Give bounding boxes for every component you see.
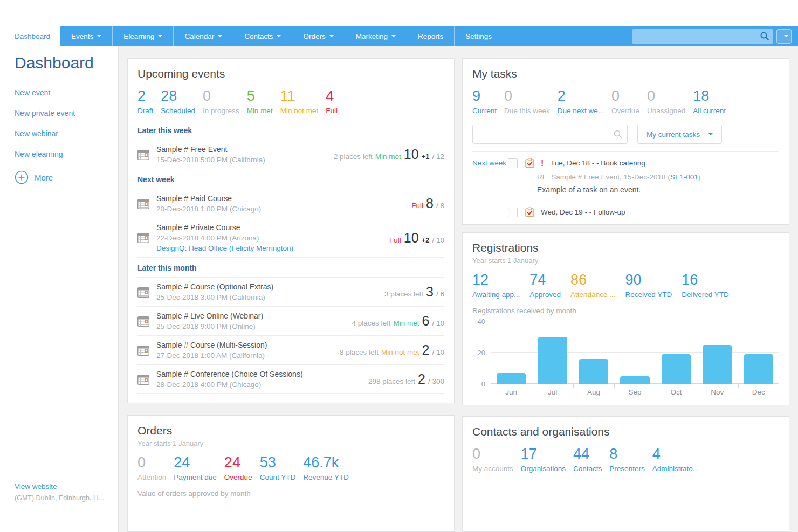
stat-value: 24: [224, 454, 252, 471]
orders-stats: 0 Attention 24 Payment due 24 Overdue: [137, 454, 444, 481]
registration-count: 8: [426, 197, 434, 210]
upcoming-events-panel: Upcoming events 2 Draft 28 Scheduled 0 I: [127, 58, 455, 403]
stat-unassigned[interactable]: 0 Unassigned: [647, 88, 685, 115]
search-icon[interactable]: [613, 129, 623, 141]
nav-item-marketing[interactable]: Marketing: [345, 26, 407, 46]
nav-item-calendar[interactable]: Calendar: [173, 26, 233, 46]
task-search-input[interactable]: [472, 125, 628, 144]
stat-all-current[interactable]: 18 All current: [693, 88, 726, 115]
stat-organisations[interactable]: 17 Organisations: [521, 446, 566, 473]
stat-current[interactable]: 9 Current: [472, 88, 497, 115]
stat-due-this-week[interactable]: 0 Due this week: [504, 88, 550, 115]
task-title: Tue, Dec 18 - - Book catering: [551, 159, 645, 167]
nav-item-settings[interactable]: Settings: [454, 26, 503, 46]
event-row[interactable]: Sample # Free Event 15-Dec-2018 5:00 PM …: [137, 140, 444, 169]
event-location-link[interactable]: DesignQ: Head Office (Felicity Merringto…: [156, 244, 293, 252]
sidebar-item-new-webinar[interactable]: New webinar: [15, 129, 118, 138]
nav-item-elearning[interactable]: Elearning: [112, 26, 173, 46]
stat-label: Draft: [137, 107, 153, 115]
stat-due-next-week[interactable]: 2 Due next we...: [558, 88, 604, 115]
orders-chart-label: Value of orders approved by month: [137, 489, 444, 498]
browser-chrome-spacer: [0, 0, 798, 26]
nav-item-dashboard[interactable]: Dashboard: [0, 26, 60, 46]
stat-min-not-met[interactable]: 11 Min not met: [280, 88, 319, 115]
stat-in-progress[interactable]: 0 In progress: [203, 88, 239, 115]
stat-attention[interactable]: 0 Attention: [137, 454, 166, 481]
nav-dropdown-button[interactable]: [776, 29, 792, 44]
task-checkbox[interactable]: [508, 208, 518, 217]
stat-received-ytd[interactable]: 90 Received YTD: [625, 272, 672, 299]
sidebar-more-button[interactable]: More: [15, 170, 118, 184]
sidebar-item-new-elearning[interactable]: New elearning: [15, 150, 118, 158]
event-row[interactable]: Sample # Private Course 22-Dec-2018 4:00…: [137, 218, 444, 257]
stat-scheduled[interactable]: 28 Scheduled: [161, 88, 195, 115]
event-row[interactable]: Sample # Live Online (Webinar) 25-Dec-20…: [137, 306, 444, 335]
event-title: Sample # Conference (Choice Of Sessions): [156, 370, 303, 378]
event-datetime: 15-Dec-2018 5:00 PM (California): [156, 156, 265, 164]
task-line: Next week ! Tue, Dec 18 - - Book caterin…: [472, 158, 779, 168]
event-datetime: 22-Dec-2018 4:00 PM (Arizona): [156, 234, 293, 242]
x-axis-label: Aug: [573, 384, 614, 396]
panel-title: Upcoming events: [137, 66, 444, 81]
nav-bar: Events Elearning Calendar Contacts Order…: [60, 26, 798, 46]
status-badge: Min met: [394, 319, 419, 327]
calendar-icon: [137, 287, 149, 298]
event-row[interactable]: Sample # Course (Optional Extras) 25-Dec…: [137, 277, 444, 306]
task-title: Wed, Dec 19 - - Follow-up: [541, 208, 625, 216]
event-status: 3 places left 3 / 6: [379, 285, 444, 299]
event-row[interactable]: Sample # Conference (Choice Of Sessions)…: [137, 364, 444, 394]
stat-delivered-ytd[interactable]: 16 Delivered YTD: [682, 272, 729, 299]
task-checkbox[interactable]: [508, 158, 518, 168]
search-icon[interactable]: [760, 31, 769, 43]
stat-awaiting-approval[interactable]: 12 Awaiting app...: [472, 272, 520, 299]
stat-value: 2: [137, 88, 153, 104]
event-code-link[interactable]: SF1-001: [670, 222, 698, 225]
status-badge: Min met: [375, 153, 401, 161]
stat-count-ytd[interactable]: 53 Count YTD: [260, 454, 296, 481]
event-row[interactable]: Sample # Course (Multi-Session) 27-Dec-2…: [137, 335, 444, 364]
stat-presenters[interactable]: 8 Presenters: [609, 446, 644, 473]
stat-draft[interactable]: 2 Draft: [137, 88, 153, 115]
x-axis-label: Oct: [656, 384, 697, 396]
stat-value: 53: [260, 454, 296, 471]
registration-count: 10: [404, 148, 419, 161]
stat-value: 4: [652, 446, 699, 462]
stat-full[interactable]: 4 Full: [326, 88, 338, 115]
stat-label: Due this week: [504, 107, 550, 115]
event-title: Sample # Paid Course: [156, 194, 261, 203]
event-status: Full 8 / 8: [406, 197, 444, 210]
sidebar-item-new-private-event[interactable]: New private event: [15, 109, 118, 118]
stat-label: Organisations: [521, 465, 566, 473]
timezone-label: (GMT) Dublin, Edinburgh, Li...: [15, 494, 109, 502]
task-row[interactable]: Next week ! Tue, Dec 18 - - Book caterin…: [472, 152, 779, 201]
task-row[interactable]: Wed, Dec 19 - - Follow-up RE: Sample # F…: [472, 201, 779, 225]
stat-contacts[interactable]: 44 Contacts: [573, 446, 602, 473]
stat-approved[interactable]: 74 Approved: [529, 272, 561, 299]
stat-attendance[interactable]: 86 Attendance ...: [570, 272, 615, 299]
task-clipboard-icon: [525, 207, 535, 217]
event-info: Sample # Course (Multi-Session) 27-Dec-2…: [156, 341, 267, 360]
sidebar-item-new-event[interactable]: New event: [15, 88, 118, 97]
places-left-label: 298 places left: [368, 377, 415, 385]
stat-payment-due[interactable]: 24 Payment due: [174, 454, 217, 481]
task-filter-dropdown[interactable]: My current tasks: [637, 125, 722, 144]
nav-item-contacts[interactable]: Contacts: [233, 26, 292, 46]
global-search-input[interactable]: [632, 29, 773, 44]
stat-overdue[interactable]: 24 Overdue: [224, 454, 252, 481]
nav-item-reports[interactable]: Reports: [407, 26, 454, 46]
nav-item-events[interactable]: Events: [60, 26, 112, 46]
nav-item-orders[interactable]: Orders: [292, 26, 344, 46]
stat-value: 2: [558, 88, 604, 104]
event-title: Sample # Course (Multi-Session): [156, 341, 267, 349]
stat-revenue-ytd[interactable]: 46.7k Revenue YTD: [303, 454, 349, 481]
event-code-link[interactable]: SF1-001: [670, 173, 698, 181]
stat-overdue[interactable]: 0 Overdue: [611, 88, 639, 115]
stat-min-met[interactable]: 5 Min met: [247, 88, 273, 115]
event-row[interactable]: Sample # Paid Course 20-Dec-2018 1:00 PM…: [137, 189, 444, 218]
stat-administrators[interactable]: 4 Administrato...: [652, 446, 699, 473]
event-group-header: Later this week: [137, 120, 444, 140]
view-website-link[interactable]: View website: [15, 482, 57, 490]
task-reference-text: ): [698, 222, 701, 225]
task-reference-text: ): [698, 173, 701, 181]
stat-my-accounts[interactable]: 0 My accounts: [472, 446, 513, 473]
